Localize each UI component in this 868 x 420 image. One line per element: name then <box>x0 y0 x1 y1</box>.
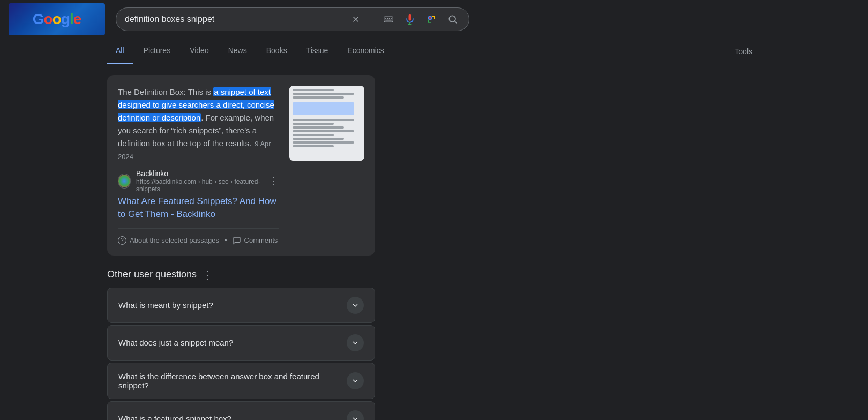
thumb-line-9 <box>293 138 344 140</box>
header: Google <box>0 0 868 39</box>
nav-tabs: All Pictures Video News Books Tissue Eco… <box>0 39 868 64</box>
source-info: Backlinko https://backlinko.com › hub › … <box>136 169 261 193</box>
questions-header: Other user questions ⋮ <box>107 268 375 281</box>
tab-pictures[interactable]: Pictures <box>135 39 179 64</box>
question-item-4[interactable]: What is a featured snippet box? <box>107 401 375 420</box>
tab-all[interactable]: All <box>107 39 133 64</box>
svg-line-13 <box>455 21 457 24</box>
thumb-line-1 <box>293 89 334 91</box>
source-name: Backlinko <box>136 169 261 178</box>
tools-button[interactable]: Tools <box>726 39 761 64</box>
clear-button[interactable] <box>348 12 363 27</box>
comments-label[interactable]: Comments <box>244 236 278 244</box>
search-input[interactable] <box>125 14 348 24</box>
svg-rect-7 <box>385 20 392 21</box>
source-row: Backlinko https://backlinko.com › hub › … <box>118 169 279 193</box>
chevron-down-icon-1 <box>347 297 364 314</box>
about-label: About the selected passages <box>130 236 219 244</box>
tab-books[interactable]: Books <box>258 39 296 64</box>
featured-snippet: The Definition Box: This is a snippet of… <box>107 75 375 256</box>
questions-section: Other user questions ⋮ What is meant by … <box>107 268 375 420</box>
svg-point-12 <box>449 16 455 22</box>
tab-video[interactable]: Video <box>181 39 218 64</box>
result-link[interactable]: What Are Featured Snippets? And How to G… <box>118 195 279 221</box>
svg-rect-6 <box>391 18 392 19</box>
thumb-line-11 <box>293 145 334 147</box>
question-text-4: What is a featured snippet box? <box>118 414 231 420</box>
svg-point-11 <box>429 17 431 19</box>
question-text-3: What is the difference between answer bo… <box>118 372 347 390</box>
source-url: https://backlinko.com › hub › seo › feat… <box>136 178 261 193</box>
question-item-3[interactable]: What is the difference between answer bo… <box>107 363 375 399</box>
main-content: The Definition Box: This is a snippet of… <box>0 64 482 420</box>
thumb-line-4 <box>293 119 354 121</box>
comments-icon[interactable] <box>233 236 241 245</box>
search-button[interactable] <box>445 12 460 27</box>
chevron-down-icon-2 <box>347 334 364 351</box>
divider <box>372 13 372 26</box>
google-logo-bg: Google <box>9 3 105 35</box>
thumb-mock <box>289 86 364 161</box>
about-icon[interactable]: ? <box>118 236 126 245</box>
thumb-line-7 <box>293 130 354 132</box>
svg-rect-2 <box>384 17 393 22</box>
questions-more-icon[interactable]: ⋮ <box>202 268 213 281</box>
about-row: ? About the selected passages • Comments <box>118 228 279 245</box>
source-avatar <box>118 174 131 189</box>
question-item-2[interactable]: What does just a snippet mean? <box>107 325 375 361</box>
snippet-text-area: The Definition Box: This is a snippet of… <box>118 86 279 245</box>
thumb-line-3 <box>293 96 344 99</box>
voice-search-button[interactable] <box>402 12 417 27</box>
question-text-2: What does just a snippet mean? <box>118 338 233 347</box>
chevron-down-icon-3 <box>347 372 364 389</box>
thumb-line-5 <box>293 123 334 125</box>
thumb-line-2 <box>293 93 354 95</box>
source-favicon <box>118 175 130 188</box>
google-logo: Google <box>33 11 81 28</box>
tab-tissue[interactable]: Tissue <box>298 39 337 64</box>
snippet-thumbnail <box>289 86 364 161</box>
keyboard-button[interactable] <box>381 12 396 27</box>
tab-economics[interactable]: Economics <box>339 39 392 64</box>
thumb-highlight-block <box>293 102 354 115</box>
svg-rect-3 <box>385 18 386 19</box>
image-search-button[interactable] <box>424 12 439 27</box>
search-bar-wrapper <box>116 8 469 31</box>
dot-separator: • <box>225 236 227 244</box>
question-item-1[interactable]: What is meant by snippet? <box>107 288 375 323</box>
source-more-icon[interactable]: ⋮ <box>269 175 279 187</box>
tab-news[interactable]: News <box>220 39 256 64</box>
thumb-line-8 <box>293 134 334 136</box>
svg-rect-5 <box>389 18 390 19</box>
snippet-paragraph: The Definition Box: This is a snippet of… <box>118 86 279 163</box>
questions-title: Other user questions <box>107 269 197 280</box>
thumb-line-10 <box>293 141 354 144</box>
snippet-intro: The Definition Box: This is <box>118 87 213 96</box>
search-bar <box>116 8 469 31</box>
chevron-down-icon-4 <box>347 410 364 420</box>
logo-area: Google <box>9 3 105 35</box>
svg-rect-4 <box>387 18 388 19</box>
question-text-1: What is meant by snippet? <box>118 301 213 310</box>
search-icons <box>348 12 460 27</box>
thumb-line-6 <box>293 126 344 129</box>
